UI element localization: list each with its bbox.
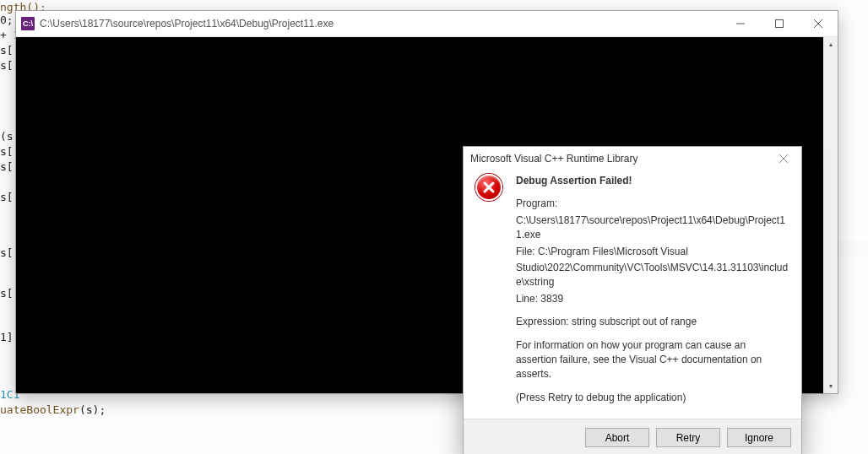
console-scrollbar[interactable]: ▴ ▾ (823, 37, 838, 393)
code-line: s[ (0, 286, 14, 301)
console-titlebar[interactable]: C:\ C:\Users\18177\source\repos\Project1… (16, 11, 838, 37)
code-line: s[ (0, 190, 14, 205)
dialog-close-button[interactable] (773, 150, 795, 167)
svg-rect-1 (776, 20, 784, 28)
window-button-group (721, 11, 838, 37)
code-line: 1] (0, 330, 14, 345)
dialog-info1: For information on how your program can … (516, 338, 789, 382)
dialog-heading: Debug Assertion Failed! (516, 174, 789, 188)
console-title: C:\Users\18177\source\repos\Project11\x6… (40, 18, 721, 30)
code-line: (s (0, 129, 14, 144)
dialog-line-number: Line: 3839 (516, 292, 789, 306)
dialog-title: Microsoft Visual C++ Runtime Library (470, 153, 773, 165)
dialog-program-path: C:\Users\18177\source\repos\Project11\x6… (516, 213, 789, 243)
code-line: s[ (0, 144, 14, 159)
editor-scrollbar-stub (836, 241, 868, 256)
minimize-icon (736, 19, 745, 28)
maximize-icon (775, 19, 784, 28)
code-line: s[ (0, 246, 14, 261)
code-line: s[ (0, 58, 14, 73)
dialog-icon-column (475, 174, 506, 407)
dialog-file-line1: File: C:\Program Files\Microsoft Visual (516, 245, 789, 259)
code-line: s[ (0, 43, 14, 58)
dialog-file-line2: Studio\2022\Community\VC\Tools\MSVC\14.3… (516, 261, 789, 290)
close-button[interactable] (799, 11, 838, 37)
dialog-expression: Expression: string subscript out of rang… (516, 315, 789, 329)
dialog-program-label: Program: (516, 197, 789, 211)
console-app-icon: C:\ (21, 17, 35, 30)
code-line: uateBoolExpr(s); (0, 403, 106, 418)
scroll-down-icon[interactable]: ▾ (823, 379, 838, 393)
maximize-button[interactable] (760, 11, 799, 37)
dialog-info2: (Press Retry to debug the application) (516, 391, 789, 405)
dialog-titlebar[interactable]: Microsoft Visual C++ Runtime Library (464, 147, 801, 170)
minimize-button[interactable] (721, 11, 760, 37)
dialog-body: Debug Assertion Failed! Program: C:\User… (464, 170, 801, 419)
retry-button[interactable]: Retry (656, 428, 720, 447)
error-icon (475, 174, 502, 201)
close-icon (814, 19, 822, 28)
ignore-button[interactable]: Ignore (727, 428, 791, 447)
dialog-text: Debug Assertion Failed! Program: C:\User… (516, 174, 789, 407)
scroll-up-icon[interactable]: ▴ (823, 37, 838, 51)
close-icon (779, 154, 788, 163)
dialog-button-row: Abort Retry Ignore (464, 419, 801, 454)
code-line: s[ (0, 159, 14, 175)
assertion-dialog: Microsoft Visual C++ Runtime Library Deb… (463, 146, 802, 454)
abort-button[interactable]: Abort (585, 428, 649, 447)
